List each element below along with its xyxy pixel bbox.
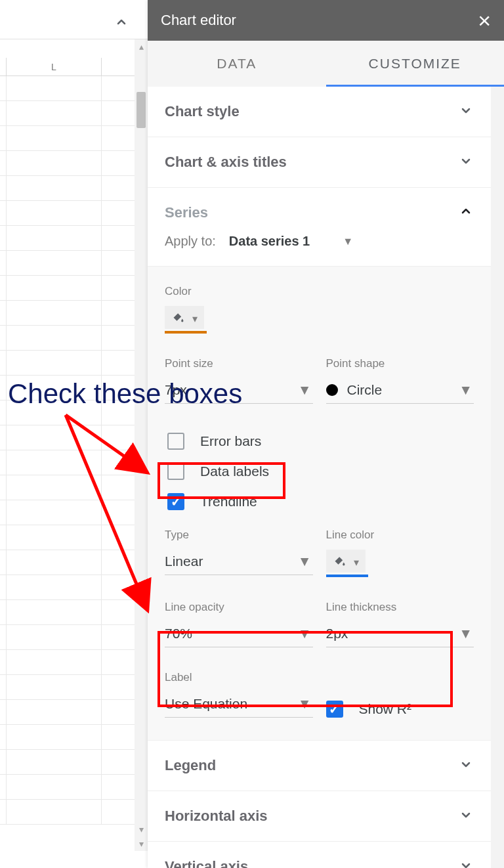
dropdown-triangle-icon: ▼	[298, 696, 312, 712]
section-label: Horizontal axis	[165, 808, 267, 825]
dropdown-triangle-icon: ▼	[459, 626, 472, 641]
line-thickness-label: Line thickness	[326, 601, 474, 614]
section-chart-style[interactable]: Chart style	[148, 87, 491, 137]
scroll-down-arrow-icon-2[interactable]: ▾	[135, 836, 148, 851]
chevron-up-icon	[458, 204, 474, 222]
error-bars-row[interactable]: Error bars	[165, 426, 474, 456]
trendline-row[interactable]: Trendline	[165, 487, 474, 517]
column-headers: L	[0, 58, 148, 76]
section-label: Chart style	[165, 103, 240, 120]
trendline-label-select[interactable]: Use Equation ▼	[165, 692, 313, 718]
section-legend[interactable]: Legend	[148, 741, 491, 791]
line-opacity-label: Line opacity	[165, 601, 313, 614]
chevron-down-icon	[458, 153, 474, 171]
point-size-label: Point size	[165, 357, 313, 370]
column-header-l[interactable]: L	[7, 58, 102, 76]
dropdown-triangle-icon: ▾	[354, 556, 359, 569]
show-r2-checkbox[interactable]	[326, 701, 343, 718]
series-color-button[interactable]: ▾	[165, 306, 474, 334]
line-thickness-value: 2px	[326, 626, 348, 641]
trendline-label: Trendline	[200, 494, 257, 510]
section-series-header[interactable]: Series	[148, 188, 491, 228]
type-label: Type	[165, 529, 313, 542]
show-r2-label: Show R²	[359, 701, 412, 717]
panel-header: Chart editor ×	[148, 0, 504, 41]
line-color-label: Line color	[326, 529, 474, 542]
close-icon[interactable]: ×	[478, 9, 491, 32]
panel-scrollbar[interactable]	[491, 87, 504, 868]
show-r2-row[interactable]: Show R²	[326, 701, 412, 718]
data-labels-row[interactable]: Data labels	[165, 456, 474, 487]
trendline-label-value: Use Equation	[165, 696, 247, 712]
error-bars-checkbox[interactable]	[167, 433, 184, 450]
chevron-up-icon[interactable]	[114, 14, 129, 33]
dropdown-triangle-icon: ▼	[459, 382, 472, 398]
circle-icon	[326, 384, 338, 396]
series-body: Color ▾ Point size	[148, 267, 491, 741]
trendline-type-select[interactable]: Linear ▼	[165, 550, 313, 575]
point-shape-label: Point shape	[326, 357, 474, 370]
spreadsheet-background: L	[0, 0, 148, 868]
color-label: Color	[165, 285, 474, 298]
chevron-down-icon	[458, 857, 474, 868]
data-labels-checkbox[interactable]	[167, 463, 184, 480]
tab-data[interactable]: DATA	[148, 41, 326, 87]
tabs: DATA CUSTOMIZE	[148, 41, 504, 87]
dropdown-triangle-icon: ▼	[343, 236, 353, 248]
point-shape-value: Circle	[347, 382, 383, 398]
line-opacity-select[interactable]: 70% ▼	[165, 622, 313, 647]
apply-to-value: Data series 1	[229, 234, 310, 249]
chevron-down-icon	[458, 756, 474, 775]
dropdown-triangle-icon: ▾	[192, 313, 198, 325]
sections-scroll[interactable]: Chart style Chart & axis titles Series A…	[148, 87, 491, 868]
apply-to-label: Apply to:	[165, 234, 216, 249]
section-label: Chart & axis titles	[165, 154, 287, 171]
section-label: Series	[165, 204, 208, 221]
line-thickness-select[interactable]: 2px ▼	[326, 622, 474, 647]
error-bars-label: Error bars	[200, 433, 261, 449]
point-size-select[interactable]: 7px ▼	[165, 378, 313, 404]
data-labels-label: Data labels	[200, 464, 269, 479]
scroll-up-arrow-icon[interactable]: ▴	[135, 39, 148, 54]
dropdown-triangle-icon: ▼	[298, 382, 312, 398]
scroll-thumb[interactable]	[136, 92, 146, 128]
paint-bucket-icon	[333, 554, 347, 570]
line-color-button[interactable]: ▾	[326, 550, 474, 577]
section-series: Series Apply to: Data series 1 ▼ Color	[148, 188, 491, 741]
spreadsheet-cells[interactable]	[0, 76, 148, 825]
point-shape-select[interactable]: Circle ▼	[326, 378, 474, 404]
dropdown-triangle-icon: ▼	[298, 553, 312, 569]
chevron-down-icon	[458, 102, 474, 121]
scroll-down-arrow-icon[interactable]: ▾	[135, 822, 148, 836]
apply-to-row[interactable]: Apply to: Data series 1 ▼	[148, 228, 491, 267]
section-vertical-axis[interactable]: Vertical axis	[148, 842, 491, 868]
section-chart-axis-titles[interactable]: Chart & axis titles	[148, 137, 491, 188]
line-opacity-value: 70%	[165, 626, 192, 641]
trendline-type-value: Linear	[165, 553, 203, 569]
panel-title: Chart editor	[161, 12, 478, 29]
tab-customize[interactable]: CUSTOMIZE	[326, 41, 505, 87]
chevron-down-icon	[458, 807, 474, 825]
point-size-value: 7px	[165, 382, 187, 398]
dropdown-triangle-icon: ▼	[298, 626, 312, 641]
trendline-checkbox[interactable]	[167, 493, 184, 510]
section-label: Legend	[165, 757, 216, 774]
spreadsheet-scrollbar[interactable]: ▴ ▾ ▾	[135, 39, 148, 851]
section-horizontal-axis[interactable]: Horizontal axis	[148, 791, 491, 842]
label-field-label: Label	[165, 671, 313, 684]
section-label: Vertical axis	[165, 858, 248, 868]
chart-editor-panel: Chart editor × DATA CUSTOMIZE Chart styl…	[148, 0, 504, 868]
paint-bucket-icon	[171, 311, 186, 326]
